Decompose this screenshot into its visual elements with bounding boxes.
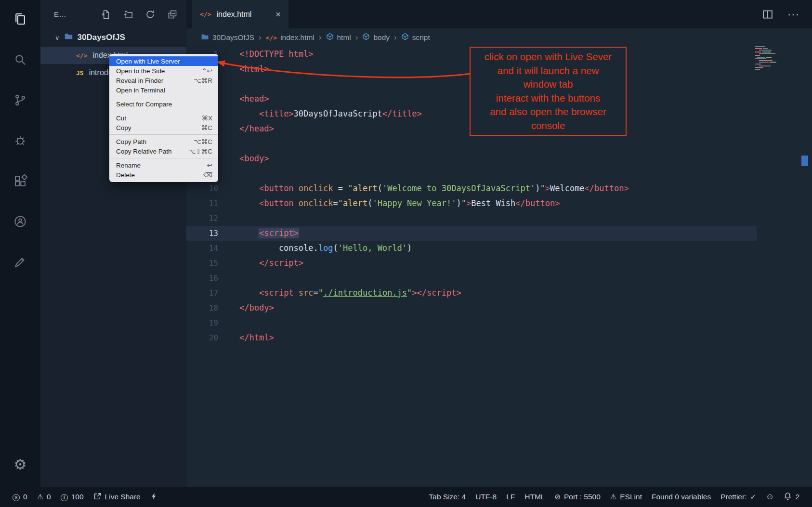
new-file-icon[interactable] <box>101 9 111 20</box>
settings-gear-icon[interactable]: ⚙ <box>9 453 32 476</box>
code-line-15[interactable]: 15 </script> <box>186 256 757 271</box>
testing-icon[interactable] <box>9 250 32 273</box>
menu-item-open-with-live-server[interactable]: Open with Live Server <box>109 56 218 66</box>
code-line-18[interactable]: 18</body> <box>186 300 757 315</box>
code-line-8[interactable]: 8<body> <box>186 151 757 166</box>
line-number: 14 <box>186 241 218 256</box>
code-line-7[interactable]: 7 <box>186 136 757 151</box>
folder-root-row[interactable]: ∨ 30DaysOfJS <box>40 28 186 47</box>
extensions-icon[interactable] <box>9 169 32 193</box>
warning-icon: ⚠ <box>610 493 616 501</box>
source-control-icon[interactable] <box>9 89 32 112</box>
menu-item-reveal-in-finder[interactable]: Reveal in Finder⌥⌘R <box>109 76 218 85</box>
minimap-row <box>755 57 799 58</box>
breadcrumb-item-script[interactable]: script <box>401 33 430 42</box>
code-line-14[interactable]: 14 console.log('Hello, World') <box>186 241 757 256</box>
menu-item-label: Open to the Side <box>116 67 165 75</box>
status-live-share[interactable]: Live Share <box>89 492 145 502</box>
code-content: <head> <box>218 91 269 106</box>
status-tab-size[interactable]: Tab Size: 4 <box>424 493 471 501</box>
new-folder-icon[interactable] <box>123 9 133 20</box>
live-share-icon[interactable] <box>9 210 32 233</box>
menu-item-copy-relative-path[interactable]: Copy Relative Path⌥⇧⌘C <box>109 146 218 156</box>
refresh-icon[interactable] <box>145 9 156 20</box>
breadcrumb: 30DaysOfJS›</>index.html›html›body›scrip… <box>186 28 812 47</box>
breadcrumb-item-body[interactable]: body <box>362 33 390 42</box>
bell-icon <box>784 492 792 502</box>
status-info-count[interactable]: i100 <box>56 493 89 501</box>
code-content: <title>30DaysOfJavaScript</title> <box>218 106 422 121</box>
menu-item-open-in-terminal[interactable]: Open in Terminal <box>109 85 218 95</box>
explorer-actions <box>101 9 178 20</box>
status-quick-action[interactable] <box>145 492 162 502</box>
status-prettier[interactable]: Prettier:✓ <box>716 493 761 501</box>
status-language-mode[interactable]: HTML <box>520 493 550 501</box>
code-content: <!DOCTYPE html> <box>218 47 314 62</box>
line-number: 20 <box>186 330 218 345</box>
menu-item-cut[interactable]: Cut⌘X <box>109 113 218 123</box>
code-line-19[interactable]: 19 <box>186 315 757 330</box>
status-eol[interactable]: LF <box>501 493 520 501</box>
line-number: 12 <box>186 211 218 226</box>
search-icon[interactable] <box>9 48 32 71</box>
status-label: Tab Size: 4 <box>429 493 466 501</box>
breadcrumb-label: 30DaysOfJS <box>212 33 254 42</box>
menu-item-copy-path[interactable]: Copy Path⌥⌘C <box>109 137 218 146</box>
code-line-13[interactable]: 13 <script> <box>186 226 757 241</box>
tab-close-icon[interactable]: × <box>275 9 281 20</box>
code-content: </body> <box>218 300 274 315</box>
menu-item-open-to-the-side[interactable]: Open to the Side⌃↩ <box>109 66 218 76</box>
code-line-12[interactable]: 12 <box>186 211 757 226</box>
status-feedback[interactable]: ☺ <box>761 492 779 502</box>
menu-item-label: Copy Path <box>116 138 146 145</box>
status-notifications[interactable]: 2 <box>779 492 804 502</box>
breadcrumb-item-html[interactable]: html <box>326 33 351 42</box>
explorer-icon[interactable] <box>9 8 32 31</box>
menu-item-shortcut: ⌥⌘R <box>194 77 212 84</box>
split-editor-icon[interactable] <box>762 9 773 20</box>
code-line-11[interactable]: 11 <button onclick="alert('Happy New Yea… <box>186 196 757 211</box>
explorer-title: E… <box>54 10 66 18</box>
breadcrumb-item-30DaysOfJS[interactable]: 30DaysOfJS <box>201 33 254 43</box>
code-line-17[interactable]: 17 <script src="./introduction.js"></scr… <box>186 286 757 300</box>
status-variables[interactable]: Found 0 variables <box>647 493 716 501</box>
menu-item-label: Open in Terminal <box>116 87 165 94</box>
annotation-line: interact with the buttons <box>471 91 625 105</box>
breadcrumb-item-index.html[interactable]: </>index.html <box>266 33 314 42</box>
menu-separator <box>109 97 218 97</box>
breadcrumb-label: index.html <box>280 33 314 42</box>
breadcrumb-label: body <box>373 33 390 42</box>
status-warnings[interactable]: ⚠0 <box>32 493 56 501</box>
status-label: Prettier: <box>720 493 747 501</box>
code-line-16[interactable]: 16 <box>186 271 757 286</box>
menu-item-select-for-compare[interactable]: Select for Compare <box>109 99 218 109</box>
code-line-10[interactable]: 10 <button onclick = "alert('Welcome to … <box>186 181 757 196</box>
menu-item-delete[interactable]: Delete⌫ <box>109 170 218 180</box>
breadcrumb-separator: › <box>259 33 262 42</box>
status-bar-left: ×0⚠0i100Live Share <box>8 492 162 502</box>
code-line-20[interactable]: 20</html> <box>186 330 757 345</box>
minimap-row <box>755 55 799 56</box>
scrollbar-marker[interactable] <box>801 156 808 166</box>
code-line-9[interactable]: 9 <box>186 166 757 181</box>
menu-item-label: Copy Relative Path <box>116 148 172 155</box>
status-live-server-port[interactable]: ⊘Port : 5500 <box>550 493 605 501</box>
menu-separator <box>109 111 218 111</box>
menu-item-rename[interactable]: Rename↩ <box>109 160 218 170</box>
tab-index-html[interactable]: </> index.html × <box>192 0 288 28</box>
menu-item-shortcut: ⌥⇧⌘C <box>188 147 212 155</box>
status-label: 0 <box>23 493 27 501</box>
run-debug-icon[interactable] <box>9 129 32 152</box>
status-bar-right: Tab Size: 4UTF-8LFHTML⊘Port : 5500⚠ESLin… <box>424 492 804 502</box>
menu-item-copy[interactable]: Copy⌘C <box>109 123 218 132</box>
status-label: UTF-8 <box>475 493 497 501</box>
minimap[interactable] <box>755 46 799 70</box>
minimap-row <box>755 48 799 49</box>
collapse-all-icon[interactable] <box>167 9 178 20</box>
minimap-row <box>755 58 799 59</box>
status-eslint[interactable]: ⚠ESLint <box>605 493 647 501</box>
status-errors[interactable]: ×0 <box>8 493 32 501</box>
more-icon[interactable]: ··· <box>787 8 799 21</box>
status-encoding[interactable]: UTF-8 <box>471 493 501 501</box>
live-share-icon <box>93 492 102 502</box>
